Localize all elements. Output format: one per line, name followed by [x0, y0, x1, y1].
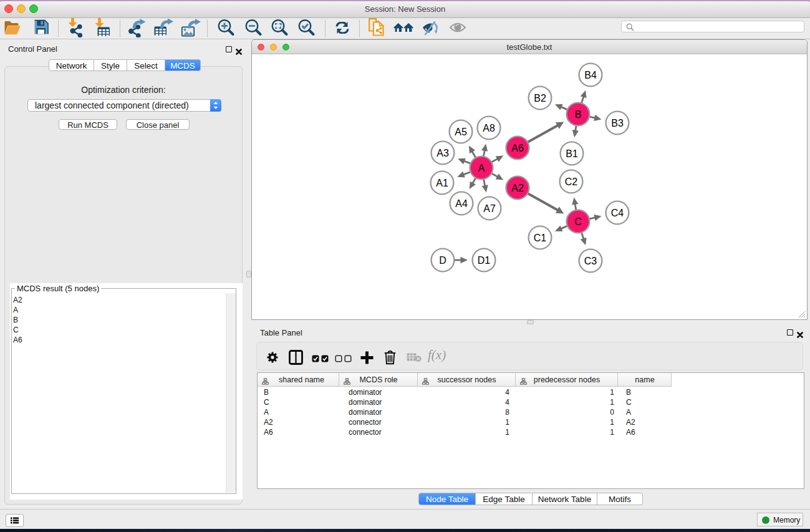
svg-text:A4: A4 [455, 198, 468, 209]
svg-text:C: C [574, 216, 582, 227]
svg-text:B1: B1 [566, 148, 578, 159]
svg-text:A1: A1 [436, 178, 448, 188]
svg-text:D1: D1 [478, 255, 491, 266]
svg-text:B3: B3 [611, 118, 624, 128]
svg-text:C4: C4 [611, 208, 624, 218]
svg-text:A: A [478, 163, 485, 173]
svg-text:B4: B4 [584, 70, 597, 80]
svg-text:D: D [439, 255, 446, 266]
svg-text:A8: A8 [483, 123, 495, 133]
svg-text:C2: C2 [565, 177, 578, 187]
svg-text:C3: C3 [584, 256, 597, 266]
svg-text:A7: A7 [483, 203, 496, 214]
svg-text:A6: A6 [511, 143, 524, 153]
svg-text:A2: A2 [511, 183, 524, 193]
svg-text:B2: B2 [534, 93, 546, 104]
svg-text:A5: A5 [455, 127, 467, 137]
svg-text:B: B [575, 109, 582, 120]
svg-text:C1: C1 [534, 233, 547, 243]
svg-text:A3: A3 [436, 148, 449, 158]
